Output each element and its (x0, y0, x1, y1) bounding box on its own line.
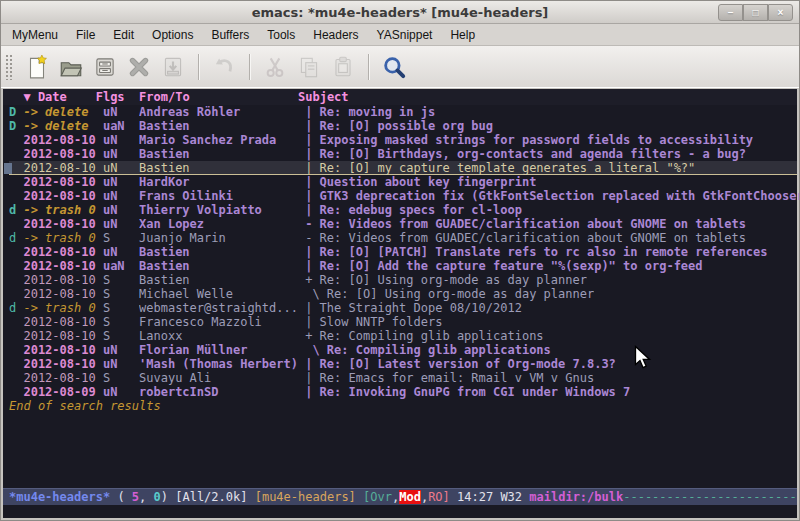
message-row[interactable]: 2012-08-10SFrancesco Mazzoli| Slow NNTP … (9, 315, 797, 329)
close-buffer-icon[interactable] (122, 51, 156, 83)
modeline-segment: 0 (154, 490, 161, 504)
save-icon[interactable] (88, 51, 122, 83)
message-flags: uN (103, 357, 139, 371)
message-date: 2012-08-10 (23, 315, 102, 329)
message-row[interactable]: 2012-08-10uNBastien| Re: [O] Birthdays, … (9, 147, 797, 161)
open-folder-icon[interactable] (54, 51, 88, 83)
message-row[interactable]: 2012-08-10SBastien+ Re: [O] Using org-mo… (9, 273, 797, 287)
message-from: Francesco Mazzoli (139, 315, 305, 329)
message-date: 2012-08-10 (23, 217, 102, 231)
message-subject: | The Straight Dope 08/10/2012 (305, 301, 522, 315)
mark-char (9, 245, 23, 259)
message-row[interactable]: 2012-08-10uaNBastien| Re: [O] Add the ca… (9, 259, 797, 273)
message-flags: S (103, 315, 139, 329)
mu4e-headers-buffer[interactable]: ▼ Date Flgs From/To Subject D-> deleteuN… (1, 89, 799, 520)
message-from: Mario Sanchez Prada (139, 133, 305, 147)
message-flags: S (103, 287, 139, 301)
message-from: Bastien (139, 119, 305, 133)
message-row[interactable]: d-> trash 0uNThierry Volpiatto| Re: edeb… (9, 203, 797, 217)
window-title: emacs: *mu4e-headers* [mu4e-headers] (252, 5, 549, 20)
toolbar-separator (368, 54, 369, 80)
close-button[interactable]: × (768, 4, 793, 21)
message-subject: | Question about key fingerprint (305, 175, 536, 189)
message-row[interactable]: 2012-08-10uN'Mash (Thomas Herbert)| Re: … (9, 357, 797, 371)
new-file-icon[interactable] (20, 51, 54, 83)
modeline-segment: 5 (132, 490, 139, 504)
menu-item-edit[interactable]: Edit (104, 25, 143, 45)
buffer-empty-space[interactable] (3, 413, 797, 488)
message-row[interactable]: D-> deleteuNAndreas Röhler| Re: moving i… (9, 105, 797, 119)
message-row[interactable]: d-> trash 0SJuanjo Marin- Re: Videos fro… (9, 231, 797, 245)
message-row[interactable]: 2012-08-10uNFrans Oilinki| GTK3 deprecat… (9, 189, 797, 203)
menu-item-help[interactable]: Help (441, 25, 484, 45)
message-date: 2012-08-10 (23, 133, 102, 147)
message-row[interactable]: 2012-08-10uNBastien| Re: [O] [PATCH] Tra… (9, 245, 797, 259)
message-date: 2012-08-10 (23, 245, 102, 259)
menu-item-tools[interactable]: Tools (258, 25, 304, 45)
message-subject: | Re: moving in js (305, 105, 435, 119)
menu-item-buffers[interactable]: Buffers (202, 25, 258, 45)
toolbar-separator (249, 54, 250, 80)
message-row[interactable]: 2012-08-09uNrobertcInSD| Re: Invoking Gn… (9, 385, 797, 399)
message-row[interactable]: 2012-08-10uNHardKor| Question about key … (9, 175, 797, 189)
mark-action: -> trash 0 (23, 203, 102, 217)
message-row[interactable]: 2012-08-10uNXan Lopez- Re: Videos from G… (9, 217, 797, 231)
message-date: 2012-08-10 (23, 343, 102, 357)
message-row[interactable]: 2012-08-10SMichael Welle \ Re: [O] Using… (9, 287, 797, 301)
message-flags: S (103, 371, 139, 385)
message-flags: uN (103, 245, 139, 259)
message-row[interactable]: 2012-08-10uNMario Sanchez Prada| Exposin… (9, 133, 797, 147)
message-subject: | Re: [O] [PATCH] Translate refs to rc a… (305, 245, 767, 259)
mark-char (9, 259, 23, 273)
paste-icon (326, 51, 360, 83)
message-row[interactable]: 2012-08-10uNFlorian Müllner \ Re: Compil… (9, 343, 797, 357)
message-date: 2012-08-10 (23, 175, 102, 189)
message-flags: uN (103, 161, 139, 175)
message-date: 2012-08-10 (23, 287, 102, 301)
title-bar[interactable]: emacs: *mu4e-headers* [mu4e-headers] –□× (1, 1, 799, 24)
menu-item-headers[interactable]: Headers (304, 25, 367, 45)
message-row[interactable]: D-> deleteuaNBastien| Re: [O] possible o… (9, 119, 797, 133)
message-subject: + Re: Compiling glib applications (305, 329, 543, 343)
mark-char (9, 273, 23, 287)
mark-char: d (9, 203, 23, 217)
menu-item-options[interactable]: Options (143, 25, 202, 45)
mark-char (9, 385, 23, 399)
cut-icon (258, 51, 292, 83)
minimize-button[interactable]: – (718, 4, 743, 21)
message-from: Lanoxx (139, 329, 305, 343)
menu-item-file[interactable]: File (67, 25, 104, 45)
menu-item-yasnippet[interactable]: YASnippet (368, 25, 442, 45)
message-flags: uN (103, 175, 139, 189)
message-flags: uN (103, 385, 139, 399)
message-row[interactable]: 2012-08-10SSuvayu Ali| Re: Emacs for ema… (9, 371, 797, 385)
mark-action: -> trash 0 (23, 231, 102, 245)
message-row[interactable]: d-> trash 0Swebmaster@straightd...| The … (9, 301, 797, 315)
message-flags: uN (103, 217, 139, 231)
toolbar-grip-handle[interactable] (5, 54, 14, 80)
search-icon[interactable] (377, 51, 411, 83)
mark-action: -> delete (23, 105, 102, 119)
message-date: 2012-08-10 (23, 371, 102, 385)
maximize-button[interactable]: □ (743, 4, 768, 21)
message-subject: + Re: [O] Using org-mode as day planner (305, 273, 587, 287)
mark-action: -> delete (23, 119, 102, 133)
modeline-segment: maildir:/bulk (529, 490, 623, 504)
message-row[interactable]: 2012-08-10uNBastien| Re: [O] my capture … (9, 161, 797, 175)
message-subject: - Re: Videos from GUADEC/clarification a… (305, 231, 746, 245)
modeline-segment: [Ovr (363, 490, 392, 504)
message-subject: | GTK3 deprecation fix (GtkFontSelection… (305, 189, 800, 203)
message-flags: uN (103, 105, 139, 119)
message-from: Michael Welle (139, 287, 305, 301)
echo-area[interactable] (3, 505, 797, 518)
emacs-window: emacs: *mu4e-headers* [mu4e-headers] –□×… (0, 0, 800, 521)
message-subject: | Re: Invoking GnuPG from CGI under Wind… (305, 385, 630, 399)
modeline-segment: , (139, 490, 153, 504)
modeline-segment: *mu4e-headers* (9, 490, 117, 504)
message-from: Bastien (139, 147, 305, 161)
message-from: 'Mash (Thomas Herbert) (139, 357, 305, 371)
menu-item-mymenu[interactable]: MyMenu (3, 25, 67, 45)
message-row[interactable]: 2012-08-10SLanoxx+ Re: Compiling glib ap… (9, 329, 797, 343)
message-subject: | Re: Emacs for email: Rmail v VM v Gnus (305, 371, 594, 385)
message-date: 2012-08-10 (23, 147, 102, 161)
